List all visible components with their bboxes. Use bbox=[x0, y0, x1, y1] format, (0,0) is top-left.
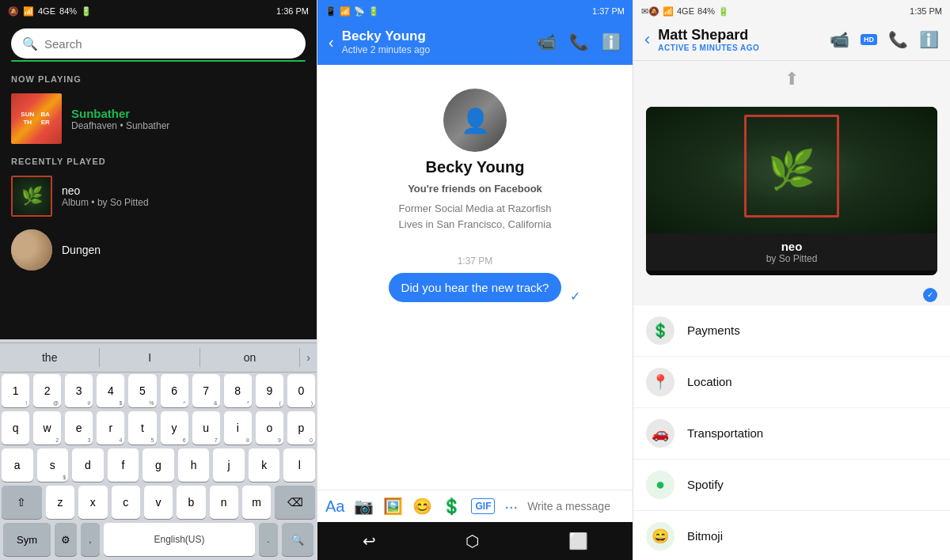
key-7[interactable]: 7& bbox=[192, 374, 220, 407]
key-0[interactable]: 0) bbox=[287, 374, 315, 407]
key-w[interactable]: w2 bbox=[33, 411, 61, 445]
spotify-card-leaf: 🌿 bbox=[768, 148, 815, 192]
key-v[interactable]: v bbox=[144, 486, 173, 519]
search-input[interactable] bbox=[44, 37, 294, 51]
prediction-i[interactable]: I bbox=[100, 348, 200, 367]
key-f[interactable]: f bbox=[108, 448, 139, 482]
recently-played-neo[interactable]: 🌿 neo Album • by So Pitted bbox=[0, 169, 317, 223]
key-q[interactable]: q bbox=[2, 411, 29, 445]
dungen-info: Dungen bbox=[62, 244, 101, 256]
key-backspace[interactable]: ⌫ bbox=[275, 486, 315, 519]
key-u[interactable]: u7 bbox=[192, 411, 220, 445]
spotify-card-image: 🌿 bbox=[646, 107, 937, 233]
recently-played-label: RECENTLY PLAYED bbox=[0, 150, 317, 169]
back-button[interactable]: ‹ bbox=[329, 33, 334, 51]
key-4[interactable]: 4$ bbox=[97, 374, 124, 407]
search-bar[interactable]: 🔍 bbox=[11, 28, 306, 59]
key-g[interactable]: g bbox=[142, 448, 174, 482]
key-period[interactable]: . bbox=[259, 523, 278, 556]
friend-avatar: 👤 bbox=[443, 89, 507, 152]
friend-details: Former Social Media at Razorfish Lives i… bbox=[399, 201, 552, 232]
key-6[interactable]: 6^ bbox=[161, 374, 188, 407]
video-call-icon[interactable]: 📹 bbox=[830, 30, 849, 49]
key-search[interactable]: 🔍 bbox=[282, 523, 314, 556]
spotify-menu-icon: ● bbox=[646, 471, 674, 499]
key-shift[interactable]: ⇧ bbox=[2, 486, 42, 519]
recents-nav-icon[interactable]: ⬜ bbox=[568, 532, 588, 551]
spotify-panel: 🔕 📶 4GE 84% 🔋 1:36 PM 🔍 NOW PLAYING SUNB… bbox=[0, 0, 317, 560]
bitmoji-icon: 😄 bbox=[646, 522, 674, 551]
message-check-area: ✓ bbox=[633, 285, 950, 305]
key-b[interactable]: b bbox=[177, 486, 205, 519]
key-e[interactable]: e3 bbox=[65, 411, 93, 445]
more-icon[interactable]: ··· bbox=[504, 498, 518, 516]
key-n[interactable]: n bbox=[210, 486, 238, 519]
key-8[interactable]: 8* bbox=[224, 374, 252, 407]
home-nav-icon[interactable]: ⬡ bbox=[466, 532, 479, 551]
gif-icon[interactable]: GIF bbox=[471, 498, 495, 514]
phone-icon[interactable]: 📞 bbox=[888, 30, 908, 49]
key-x[interactable]: x bbox=[78, 486, 107, 519]
neo-sub: Album • by So Pitted bbox=[62, 197, 149, 208]
info-icon[interactable]: ℹ️ bbox=[919, 30, 939, 49]
recently-played-dungen[interactable]: Dungen bbox=[0, 223, 317, 277]
key-j[interactable]: j bbox=[213, 448, 245, 482]
key-l[interactable]: l bbox=[283, 448, 315, 482]
phone-call-icon[interactable]: 📞 bbox=[569, 32, 589, 51]
share-icon[interactable]: ⬆ bbox=[785, 69, 799, 89]
key-c[interactable]: c bbox=[112, 486, 140, 519]
menu-item-transportation[interactable]: 🚗 Transportation bbox=[633, 408, 950, 460]
spotify-card-artist: by So Pitted bbox=[656, 253, 928, 264]
menu-item-location[interactable]: 📍 Location bbox=[633, 357, 950, 408]
matt-menu: 💲 Payments 📍 Location 🚗 Transportation ●… bbox=[633, 305, 950, 560]
dungen-name: Dungen bbox=[62, 244, 101, 256]
key-h[interactable]: h bbox=[178, 448, 210, 482]
key-r[interactable]: r4 bbox=[97, 411, 124, 445]
camera-icon[interactable]: 📷 bbox=[354, 497, 374, 516]
time-display: 1:37 PM bbox=[592, 6, 625, 16]
prediction-arrow[interactable]: › bbox=[300, 351, 317, 364]
mute-icon: 🔕 bbox=[648, 6, 659, 17]
key-i[interactable]: i8 bbox=[224, 411, 252, 445]
video-call-icon[interactable]: 📹 bbox=[537, 32, 557, 51]
back-nav-icon[interactable]: ↩ bbox=[363, 532, 376, 551]
text-format-icon[interactable]: Aa bbox=[325, 498, 344, 516]
back-button[interactable]: ‹ bbox=[644, 29, 650, 50]
emoji-icon[interactable]: 😊 bbox=[412, 497, 432, 516]
key-p[interactable]: p0 bbox=[287, 411, 315, 445]
image-icon[interactable]: 🖼️ bbox=[383, 497, 403, 516]
key-m[interactable]: m bbox=[242, 486, 271, 519]
menu-item-spotify[interactable]: ● Spotify bbox=[633, 460, 950, 511]
info-icon[interactable]: ℹ️ bbox=[602, 32, 621, 51]
key-k[interactable]: k bbox=[249, 448, 280, 482]
now-playing-item[interactable]: SUNBATHER Sunbather Deafhaven • Sunbathe… bbox=[0, 87, 317, 150]
key-1[interactable]: 1! bbox=[2, 374, 29, 407]
key-space[interactable]: English(US) bbox=[104, 523, 255, 556]
chat-name: Becky Young bbox=[342, 28, 529, 44]
key-z[interactable]: z bbox=[46, 486, 74, 519]
key-2[interactable]: 2@ bbox=[33, 374, 61, 407]
status-bar-matt: ✉ 🔕 📶 4GE 84% 🔋 1:35 PM bbox=[633, 0, 950, 22]
key-d[interactable]: d bbox=[72, 448, 104, 482]
menu-item-bitmoji[interactable]: 😄 Bitmoji bbox=[633, 511, 950, 560]
key-a[interactable]: a bbox=[2, 448, 33, 482]
key-y[interactable]: y6 bbox=[161, 411, 188, 445]
key-3[interactable]: 3# bbox=[65, 374, 93, 407]
prediction-on[interactable]: on bbox=[200, 348, 300, 367]
key-comma[interactable]: , bbox=[81, 523, 100, 556]
friend-mutual: You're friends on Facebook bbox=[408, 183, 542, 195]
key-s[interactable]: s$ bbox=[37, 448, 69, 482]
payment-icon[interactable]: 💲 bbox=[442, 497, 462, 516]
email-icon: ✉ bbox=[641, 6, 648, 17]
key-t[interactable]: t5 bbox=[128, 411, 156, 445]
friend-avatar-image: 👤 bbox=[443, 89, 507, 152]
key-9[interactable]: 9( bbox=[256, 374, 283, 407]
key-sym[interactable]: Sym bbox=[3, 523, 51, 556]
messenger-body: 👤 Becky Young You're friends on Facebook… bbox=[317, 65, 633, 490]
key-o[interactable]: o9 bbox=[256, 411, 283, 445]
prediction-the[interactable]: the bbox=[0, 348, 100, 367]
menu-item-payments[interactable]: 💲 Payments bbox=[633, 305, 950, 357]
key-settings[interactable]: ⚙ bbox=[55, 523, 77, 556]
key-5[interactable]: 5% bbox=[128, 374, 156, 407]
keyboard-row-numbers: 1! 2@ 3# 4$ 5% 6^ 7& 8* 9( 0) bbox=[2, 374, 315, 407]
